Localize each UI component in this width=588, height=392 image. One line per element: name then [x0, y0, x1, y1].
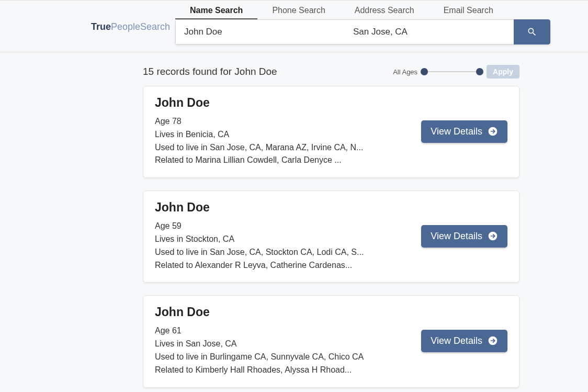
result-age: Age 61	[155, 324, 375, 338]
result-related: Related to Kimberly Hall Rhoades, Alyssa…	[155, 364, 375, 377]
search-icon	[527, 27, 537, 37]
result-name: John Doe	[155, 305, 421, 319]
result-related: Related to Marina Lillian Cowdell, Carla…	[155, 154, 375, 167]
result-used-to: Used to live in San Jose, CA, Marana AZ,…	[155, 141, 375, 154]
tab-name-search[interactable]: Name Search	[175, 3, 257, 19]
header: TruePeopleSearch Name Search Phone Searc…	[0, 0, 588, 52]
result-related: Related to Alexander R Leyva, Catherine …	[155, 259, 375, 272]
apply-button[interactable]: Apply	[487, 65, 519, 79]
result-lives: Lives in Benicia, CA	[155, 128, 375, 141]
arrow-right-icon	[488, 126, 498, 137]
search-button[interactable]	[514, 19, 550, 44]
result-card: John Doe Age 61 Lives in San Jose, CA Us…	[143, 295, 519, 387]
tab-address-search[interactable]: Address Search	[340, 3, 429, 19]
result-name: John Doe	[155, 200, 421, 215]
result-lives: Lives in San Jose, CA	[155, 338, 375, 351]
tab-email-search[interactable]: Email Search	[429, 3, 508, 19]
slider-handle-min[interactable]	[421, 68, 428, 75]
location-input[interactable]	[345, 19, 514, 44]
search-bar	[175, 19, 550, 44]
brand-part2: PeopleSearch	[111, 21, 170, 32]
age-filter-label: All Ages	[393, 68, 417, 76]
brand-part1: True	[91, 21, 111, 32]
result-age: Age 78	[155, 115, 375, 128]
slider-track	[424, 71, 480, 72]
view-details-button[interactable]: View Details	[421, 120, 507, 143]
brand-logo[interactable]: TruePeopleSearch	[32, 1, 175, 32]
arrow-right-icon	[488, 335, 498, 346]
view-details-button[interactable]: View Details	[421, 225, 507, 248]
results-area: 15 records found for John Doe All Ages A…	[143, 65, 519, 388]
result-used-to: Used to live in San Jose, CA, Stockton C…	[155, 246, 375, 259]
view-details-label: View Details	[431, 231, 482, 242]
result-used-to: Used to live in Burlingame CA, Sunnyvale…	[155, 351, 375, 364]
result-card: John Doe Age 78 Lives in Benicia, CA Use…	[143, 86, 519, 178]
arrow-right-icon	[488, 231, 498, 241]
result-card: John Doe Age 59 Lives in Stockton, CA Us…	[143, 191, 519, 283]
view-details-label: View Details	[431, 335, 482, 346]
age-filter: All Ages Apply	[393, 65, 519, 79]
age-slider[interactable]	[421, 68, 483, 75]
slider-handle-max[interactable]	[476, 68, 483, 75]
results-count: 15 records found for John Doe	[143, 66, 277, 77]
result-age: Age 59	[155, 220, 375, 233]
view-details-button[interactable]: View Details	[421, 330, 507, 352]
result-lives: Lives in Stockton, CA	[155, 233, 375, 246]
view-details-label: View Details	[431, 126, 482, 137]
search-tabs: Name Search Phone Search Address Search …	[175, 3, 550, 19]
name-input[interactable]	[175, 19, 345, 44]
result-name: John Doe	[155, 96, 421, 110]
tab-phone-search[interactable]: Phone Search	[257, 3, 340, 19]
